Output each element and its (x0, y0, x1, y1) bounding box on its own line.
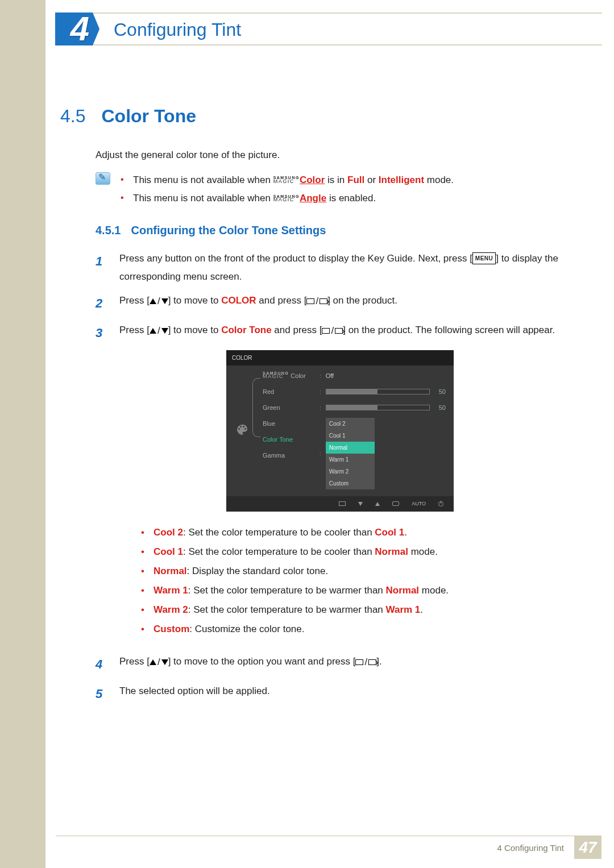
osd-row: : Cool 2 Cool 1 Normal Warm 1 Warm 2 Cus… (320, 418, 446, 489)
samsung-magic-icon: SAMSUNGMAGIC (273, 195, 300, 202)
note-block: This menu is not available when SAMSUNGM… (96, 171, 561, 208)
step-body: Press any button on the front of the pro… (119, 250, 561, 286)
step: 2 Press [/] to move to COLOR and press [… (96, 292, 561, 315)
note-icon (96, 172, 110, 185)
list-item: Custom: Customize the color tone. (141, 620, 561, 639)
steps-list: 1 Press any button on the front of the p… (96, 250, 561, 706)
list-item: Normal: Display the standard color tone. (141, 562, 561, 581)
osd-selected: Normal (326, 442, 375, 454)
list-item: Warm 1: Set the color temperature to be … (141, 581, 561, 600)
osd-label: SAMSUNGMAGIC Color (263, 370, 306, 382)
list-item: Cool 2: Set the color temperature to be … (141, 523, 561, 542)
osd-title: COLOR (226, 350, 454, 366)
subsection-heading: 4.5.1 Configuring the Color Tone Setting… (96, 224, 561, 237)
note-item: This menu is not available when SAMSUNGM… (121, 189, 454, 207)
section-title: Color Tone (101, 106, 196, 127)
step-number: 3 (96, 321, 106, 345)
osd-label: Red (263, 386, 306, 398)
step: 5 The selected option will be applied. (96, 682, 561, 706)
step-body: The selected option will be applied. (119, 682, 561, 700)
step: 4 Press [/] to move to the option you wa… (96, 653, 561, 676)
page-number: 47 (574, 836, 601, 859)
step: 3 Press [/] to move to Color Tone and pr… (96, 321, 561, 647)
options-list: Cool 2: Set the color temperature to be … (141, 523, 561, 639)
osd-power-icon (438, 501, 443, 506)
intro-text: Adjust the general color tone of the pic… (96, 149, 561, 161)
samsung-magic-icon: SAMSUNGMAGIC (263, 372, 289, 379)
chapter-title: Configuring Tint (114, 19, 241, 40)
note-list: This menu is not available when SAMSUNGM… (121, 171, 454, 208)
select-enter-icon: / (355, 653, 376, 671)
osd-label: Green (263, 402, 306, 414)
step-number: 2 (96, 292, 106, 315)
step-body: Press [/] to move to the option you want… (119, 653, 561, 671)
section-heading: 4.5 Color Tone (60, 106, 561, 127)
osd-down-icon (358, 502, 363, 506)
step-body: Press [/] to move to COLOR and press [/]… (119, 292, 561, 310)
chapter-badge: 4 (55, 13, 93, 45)
up-down-icon: / (150, 653, 168, 671)
subsection-title: Configuring the Color Tone Settings (131, 224, 326, 237)
osd-label-active: Color Tone (263, 434, 306, 446)
samsung-magic-icon: SAMSUNGMAGIC (273, 176, 300, 184)
step-number: 1 (96, 250, 106, 273)
page-sidebar (0, 0, 45, 868)
up-down-icon: / (150, 322, 168, 340)
palette-icon (235, 423, 249, 437)
slider-icon (326, 389, 430, 394)
step-body: Press [/] to move to Color Tone and pres… (119, 321, 561, 647)
section-number: 4.5 (60, 106, 85, 127)
slider-icon (326, 405, 430, 410)
content: 4.5 Color Tone Adjust the general color … (60, 106, 561, 712)
note-item: This menu is not available when SAMSUNGM… (121, 171, 454, 189)
step-number: 4 (96, 653, 106, 676)
step-number: 5 (96, 682, 106, 706)
up-down-icon: / (150, 292, 168, 310)
osd-row: :Off (320, 370, 446, 382)
osd-bracket (252, 378, 260, 437)
osd-dropdown: Cool 2 Cool 1 Normal Warm 1 Warm 2 Custo… (326, 418, 375, 489)
subsection-number: 4.5.1 (96, 224, 121, 237)
menu-button-icon: MENU (472, 252, 496, 264)
osd-footer: AUTO (226, 496, 454, 512)
osd-row: :50 (320, 386, 446, 398)
select-enter-icon: / (322, 322, 343, 340)
step: 1 Press any button on the front of the p… (96, 250, 561, 286)
osd-back-icon (339, 501, 346, 506)
list-item: Cool 1: Set the color temperature to be … (141, 542, 561, 562)
osd-label: Gamma (263, 450, 306, 462)
osd-row: :50 (320, 402, 446, 414)
chapter-number: 4 (70, 9, 89, 48)
osd-auto: AUTO (412, 499, 426, 509)
list-item: Warm 2: Set the color temperature to be … (141, 600, 561, 620)
osd-screenshot: COLOR SAMSUNGMAGIC Color Red Green Blue (226, 350, 454, 512)
osd-enter-icon (392, 501, 399, 506)
osd-up-icon (375, 502, 380, 506)
select-enter-icon: / (306, 292, 327, 310)
osd-label: Blue (263, 418, 306, 430)
footer: 4 Configuring Tint 47 (45, 836, 601, 859)
footer-text: 4 Configuring Tint (497, 843, 564, 853)
